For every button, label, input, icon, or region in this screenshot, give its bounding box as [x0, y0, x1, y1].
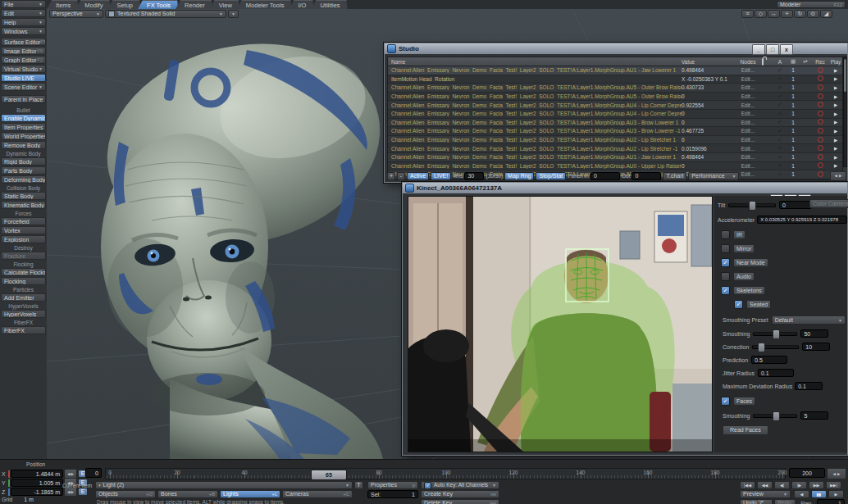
sidebar-item-world-properties[interactable]: World Properties: [1, 132, 46, 140]
table-scrollbar[interactable]: [843, 57, 847, 167]
sidebar-item-static-body[interactable]: Static Body: [1, 192, 46, 200]
sidebar-item-remove-body[interactable]: Remove Body: [1, 141, 46, 149]
table-row[interactable]: Channel:Alien_Emissary_Nevron_Demo_Facia…: [388, 127, 842, 136]
menu-icon[interactable]: ≡: [741, 10, 754, 18]
pause-icon[interactable]: ▮▮: [811, 490, 827, 498]
current-item-dropdown[interactable]: ▾ Light (2) ▼: [95, 481, 353, 489]
zoom-icon[interactable]: ⊙: [807, 10, 819, 18]
undo-button[interactable]: Undo 'Z': [740, 499, 773, 504]
move-icon[interactable]: +: [781, 10, 793, 18]
sidebar-item-kinematic-body[interactable]: Kinematic Body: [1, 201, 46, 209]
performance-dropdown[interactable]: Performance▼: [688, 172, 739, 180]
sidebar-item-surface-editor[interactable]: Surface EditorF5: [1, 38, 46, 46]
studio-titlebar[interactable]: Studio _ □ x: [385, 43, 847, 54]
stop-stat-button[interactable]: Stop/Stat: [536, 172, 566, 180]
sidebar-item-explosion[interactable]: Explosion: [1, 235, 46, 243]
sidebar-item-vortex[interactable]: Vortex: [1, 226, 46, 234]
sidebar-item-calculate-flocks[interactable]: Calculate Flocks: [1, 268, 46, 276]
face-smoothing-field[interactable]: 5: [800, 411, 828, 420]
punch-out-field[interactable]: 0: [631, 172, 661, 180]
tab-modify[interactable]: Modify: [75, 0, 110, 9]
correction-field[interactable]: 10: [802, 343, 830, 351]
step-back-icon[interactable]: ◀|: [774, 481, 790, 489]
tchart-button[interactable]: T.chart: [663, 172, 686, 180]
table-row[interactable]: ItemMotion Head_RotationX -0.0250363 Y 0…: [388, 75, 842, 84]
properties-button[interactable]: Propertiesp: [367, 481, 418, 489]
add-channel-button[interactable]: +: [387, 172, 395, 180]
sidebar-item-graph-editor[interactable]: Graph EditorF2: [1, 56, 46, 64]
tab-io[interactable]: I/O: [289, 0, 313, 9]
position-x-field[interactable]: 1.4844 m: [11, 470, 63, 478]
frame-slider-handle[interactable]: 65: [311, 470, 347, 480]
delete-key-button[interactable]: Delete Keydel: [421, 499, 499, 504]
modeler-button[interactable]: ModelerF12: [777, 1, 846, 8]
z-envelope-button[interactable]: E: [78, 488, 88, 496]
end-frame-spinner[interactable]: ◀▶: [827, 468, 846, 479]
shading-options-dropdown[interactable]: ▼: [228, 10, 239, 18]
punch-in-field[interactable]: 0: [590, 172, 620, 180]
sidebar-item-deforming-body[interactable]: Deforming Body: [1, 175, 46, 184]
sidebar-item-image-editor[interactable]: Image EditorF6: [1, 47, 46, 55]
sidebar-item-studio-live[interactable]: Studio LIVE: [1, 74, 46, 82]
close-icon[interactable]: x: [780, 44, 793, 55]
step-field[interactable]: 1: [817, 499, 845, 504]
pan-icon[interactable]: ↔: [768, 10, 780, 18]
sidebar-item-scene-editor[interactable]: Scene Editor▼: [1, 83, 46, 91]
max-deviation-field[interactable]: 0.1: [795, 382, 823, 390]
tab-fx-tools[interactable]: FX Tools: [138, 0, 178, 9]
tab-render[interactable]: Render: [176, 0, 212, 9]
next-key-icon[interactable]: ▶▶: [809, 481, 824, 489]
color-camera-button[interactable]: Color Camera: [809, 199, 848, 208]
sidebar-item-rigid-body[interactable]: Rigid Body: [1, 157, 46, 166]
sidebar-item-item-properties[interactable]: Item Properties: [1, 123, 46, 131]
timeline-ruler[interactable]: 0 20 40 80 100 120 140 160 180 200 65: [105, 468, 786, 479]
edit-menu[interactable]: Edit▼: [1, 9, 46, 17]
table-row[interactable]: Channel:Alien_Emissary_Nevron_Demo_Facia…: [388, 119, 842, 128]
table-row[interactable]: Channel:Alien_Emissary_Nevron_Demo_Facia…: [388, 101, 842, 110]
table-row[interactable]: Channel:Alien_Emissary_Nevron_Demo_Facia…: [388, 84, 842, 93]
edit-cameras-button[interactable]: Cameras+C: [282, 490, 353, 498]
tilt-field[interactable]: 0: [779, 201, 812, 209]
prediction-field[interactable]: 0.5: [751, 356, 787, 364]
tab-modeler-tools[interactable]: Modeler Tools: [237, 0, 292, 9]
play-reverse-icon[interactable]: ◀: [794, 490, 809, 498]
sidebar-item-virtual-studio[interactable]: Virtual Studio▼: [1, 65, 46, 73]
edit-objects-button[interactable]: Objects+O: [95, 490, 156, 498]
kinect-titlebar[interactable]: Kinect_A00366A06472137A _ □ x: [403, 183, 847, 193]
start-frame-field[interactable]: 0: [85, 468, 102, 478]
remove-channel-button[interactable]: -: [397, 172, 405, 180]
seated-checkbox[interactable]: ✓ Seated: [734, 300, 771, 309]
file-menu[interactable]: File▼: [1, 0, 46, 8]
sidebar-item-parts-body[interactable]: Parts Body: [1, 166, 46, 175]
rotate-icon[interactable]: ↻: [794, 10, 806, 18]
maximize-view-icon[interactable]: ◢: [820, 10, 832, 18]
read-faces-button[interactable]: Read Faces: [723, 425, 768, 435]
near-mode-checkbox[interactable]: ✓ Near Mode: [721, 258, 768, 267]
sidebar-item-flocking[interactable]: Flocking: [1, 277, 46, 285]
ir-checkbox[interactable]: IR: [721, 230, 745, 239]
tab-setup[interactable]: Setup: [107, 0, 140, 9]
position-y-field[interactable]: 1.005 m: [11, 479, 63, 487]
tab-items[interactable]: Items: [47, 0, 78, 9]
faces-checkbox[interactable]: ✓ Faces: [721, 397, 755, 406]
live-button[interactable]: LIVE!: [431, 172, 451, 180]
help-menu[interactable]: Help▼: [1, 18, 46, 26]
tab-utilities[interactable]: Utilities: [311, 0, 347, 9]
jitter-radius-field[interactable]: 0.1: [758, 369, 794, 377]
smoothing-preset-dropdown[interactable]: Default▼: [772, 316, 846, 325]
redo-button[interactable]: Redo: [774, 499, 796, 504]
auto-key-dropdown[interactable]: ✓ Auto Key: All Channels ▼: [421, 481, 499, 489]
footer-scroll-arrows[interactable]: ◀▶: [830, 171, 846, 181]
sidebar-item-fracture[interactable]: Fracture: [1, 252, 46, 260]
correction-slider[interactable]: [752, 345, 799, 349]
table-row[interactable]: Channel:Alien_Emissary_Nevron_Demo_Facia…: [388, 162, 842, 171]
step-forward-icon[interactable]: |▶: [791, 481, 807, 489]
sidebar-item-add-emitter[interactable]: Add Emitter: [1, 293, 46, 302]
prev-key-icon[interactable]: ◀◀: [757, 481, 773, 489]
skeletons-checkbox[interactable]: ✓ Skeletons: [721, 286, 765, 295]
sidebar-item-forcefield[interactable]: Forcefield: [1, 217, 46, 225]
end-frame-field[interactable]: 200: [789, 468, 825, 478]
table-row[interactable]: Channel:Alien_Emissary_Nevron_Demo_Facia…: [388, 93, 842, 102]
mirror-checkbox[interactable]: Mirror: [721, 244, 755, 253]
face-smoothing-slider[interactable]: [753, 414, 797, 418]
